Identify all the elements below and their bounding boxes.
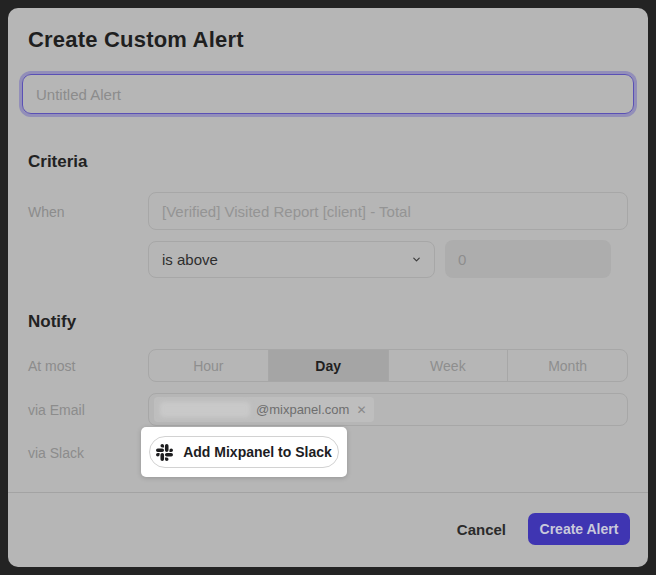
dialog-title: Create Custom Alert [28,27,244,53]
chevron-down-icon [411,254,422,265]
create-alert-button[interactable]: Create Alert [528,513,630,545]
email-domain-text: @mixpanel.com [256,402,349,417]
frequency-option-day[interactable]: Day [268,350,388,381]
via-email-label: via Email [28,402,85,418]
when-label: When [28,204,65,220]
email-recipients-field[interactable]: @mixpanel.com ✕ [148,393,628,426]
chip-remove-icon[interactable]: ✕ [356,403,366,417]
frequency-option-week[interactable]: Week [388,350,508,381]
operator-dropdown[interactable]: is above [148,241,435,278]
add-mixpanel-to-slack-button[interactable]: Add Mixpanel to Slack [149,436,339,468]
frequency-segmented-control: Hour Day Week Month [148,349,628,382]
cancel-button[interactable]: Cancel [457,521,506,538]
metric-select-field[interactable]: [Verified] Visited Report [client] - Tot… [148,192,628,230]
notify-heading: Notify [28,312,76,332]
email-redacted-text [160,402,250,417]
slack-onboarding-spotlight: Add Mixpanel to Slack [141,427,347,477]
dialog-footer: Cancel Create Alert [457,513,630,545]
frequency-option-hour[interactable]: Hour [149,350,268,381]
slack-button-label: Add Mixpanel to Slack [183,444,332,460]
slack-icon [156,444,173,461]
footer-divider [8,492,648,493]
frequency-option-month[interactable]: Month [507,350,627,381]
via-slack-label: via Slack [28,445,84,461]
create-custom-alert-dialog: Create Custom Alert Criteria When [Verif… [8,8,648,567]
email-chip: @mixpanel.com ✕ [154,397,374,422]
criteria-heading: Criteria [28,152,88,172]
metric-value-text: [Verified] Visited Report [client] - Tot… [162,203,411,220]
alert-name-input[interactable] [22,74,634,114]
threshold-input[interactable] [445,240,611,278]
at-most-label: At most [28,358,75,374]
backdrop: { "modal": { "title": "Create Custom Ale… [0,0,656,575]
operator-value-text: is above [162,251,218,268]
